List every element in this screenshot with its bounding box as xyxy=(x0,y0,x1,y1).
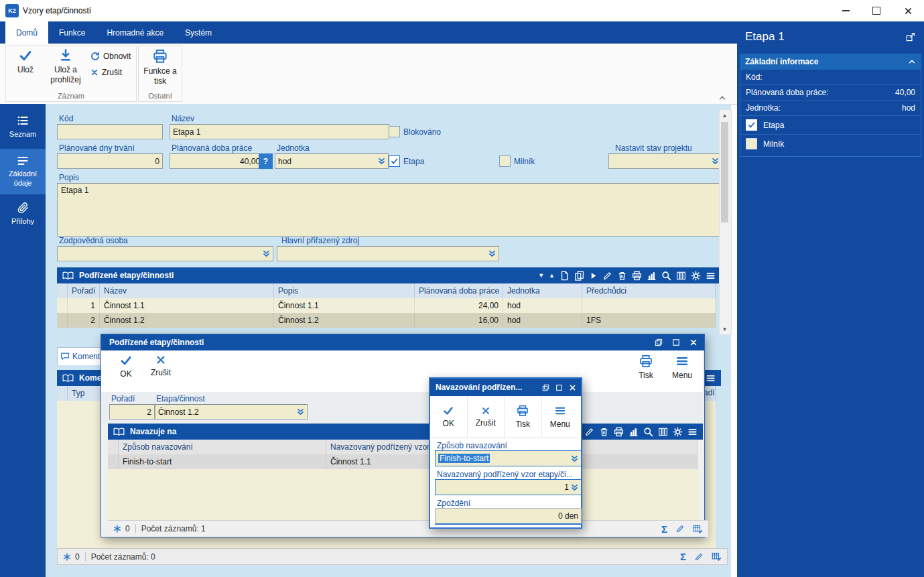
restore-icon[interactable] xyxy=(655,338,663,346)
functions-print-button[interactable]: Funkce a tisk xyxy=(141,49,180,90)
menu-button[interactable]: Menu xyxy=(542,396,579,438)
refresh-button[interactable]: Obnovit xyxy=(90,52,131,61)
grid-edit-icon[interactable] xyxy=(693,524,703,534)
sidebar-item-seznam[interactable]: Seznam xyxy=(0,108,46,152)
collapse-icon[interactable] xyxy=(908,58,916,66)
cancel-button[interactable]: Zrušit xyxy=(468,396,505,438)
poradi-input[interactable]: 2 xyxy=(109,404,155,420)
col-nazev[interactable]: Název xyxy=(100,283,274,298)
etapa-checkbox[interactable] xyxy=(389,155,400,167)
tab-system[interactable]: Systém xyxy=(174,21,222,44)
table-row-selected[interactable]: 2 Činnost 1.2 Činnost 1.2 16,00 hod 1FS xyxy=(57,313,716,328)
hlavni-zdroj-combo[interactable] xyxy=(277,246,499,261)
main-scrollbar[interactable]: ▲ ▼ xyxy=(719,109,732,335)
sidebar-item-zakladni-udaje[interactable]: Základní údaje xyxy=(0,149,46,194)
zpusob-combo[interactable]: Finish-to-start xyxy=(435,450,582,466)
columns-icon[interactable] xyxy=(658,427,668,437)
menu-icon[interactable] xyxy=(706,271,716,281)
maximize-icon[interactable] xyxy=(555,384,563,391)
navazovany-input[interactable]: 1 xyxy=(435,479,582,495)
run-icon[interactable] xyxy=(589,271,598,280)
cancel-button[interactable]: Zrušit xyxy=(144,355,178,388)
etapa-cinnost-combo[interactable]: Činnost 1.2 xyxy=(155,404,308,420)
section-header[interactable]: Základní informace xyxy=(740,54,921,70)
nazev-input[interactable]: Etapa 1 xyxy=(170,124,389,139)
combo-dropdown-icon[interactable] xyxy=(571,484,578,491)
print-icon[interactable] xyxy=(614,427,624,437)
maximize-icon[interactable] xyxy=(672,338,680,346)
minimize-button[interactable] xyxy=(830,0,861,21)
menu-icon[interactable] xyxy=(706,373,716,383)
plan-dny-input[interactable]: 0 xyxy=(57,153,163,169)
save-button[interactable]: Ulož xyxy=(9,49,42,89)
scrollbar-thumb[interactable] xyxy=(721,122,728,222)
print-button[interactable]: Tisk xyxy=(631,355,661,388)
combo-dropdown-icon[interactable] xyxy=(263,250,270,257)
ribbon-collapse-icon[interactable] xyxy=(718,94,726,102)
sidebar-item-prilohy[interactable]: Přílohy xyxy=(0,196,46,240)
combo-dropdown-icon[interactable] xyxy=(712,157,719,165)
settings-icon[interactable] xyxy=(691,271,701,281)
copy-record-icon[interactable] xyxy=(574,271,584,281)
menu-icon[interactable] xyxy=(687,427,698,437)
ok-button[interactable]: OK xyxy=(111,355,141,388)
restore-icon[interactable] xyxy=(542,384,549,391)
dialog-titlebar[interactable]: Podřízené etapy/činnosti xyxy=(101,334,704,350)
chart-icon[interactable] xyxy=(629,427,639,437)
edit-icon[interactable] xyxy=(675,524,685,533)
col-poradi[interactable]: Pořadí▲ xyxy=(68,283,100,298)
help-button[interactable]: ? xyxy=(259,153,273,169)
dialog-titlebar[interactable]: Navazování podřízen... xyxy=(430,379,581,396)
navazuje-na-header[interactable]: Navazuje na xyxy=(108,424,703,440)
chart-icon[interactable] xyxy=(647,271,657,281)
search-icon[interactable] xyxy=(643,427,653,437)
print-icon[interactable] xyxy=(632,271,642,281)
settings-icon[interactable] xyxy=(673,427,683,437)
navazuje-row-selected[interactable]: Finish-to-start Činnost 1.1 xyxy=(108,454,698,469)
tab-domu[interactable]: Domů xyxy=(5,21,48,44)
col-popis[interactable]: Popis xyxy=(274,283,415,298)
zodpovedna-combo[interactable] xyxy=(57,246,273,261)
save-and-view-button[interactable]: Ulož a prohlížej xyxy=(45,49,86,99)
sum-icon[interactable]: Σ xyxy=(661,523,667,535)
caret-up-icon[interactable]: ▲ xyxy=(549,272,555,279)
milnik-checkbox[interactable] xyxy=(746,138,757,149)
nastavit-stav-combo[interactable] xyxy=(608,153,722,169)
col-doba[interactable]: Plánovaná doba práce xyxy=(415,283,503,298)
combo-dropdown-icon[interactable] xyxy=(488,250,496,257)
combo-dropdown-icon[interactable] xyxy=(297,408,304,415)
maximize-button[interactable] xyxy=(861,0,892,21)
subtable-header[interactable]: Podřízené etapy/činnosti ▼ ▲ xyxy=(57,267,721,283)
delete-icon[interactable] xyxy=(617,271,627,281)
columns-icon[interactable] xyxy=(676,271,686,281)
table-row[interactable]: 1 Činnost 1.1 Činnost 1.1 24,00 hod xyxy=(57,298,716,313)
combo-dropdown-icon[interactable] xyxy=(378,157,385,165)
tab-komentare[interactable]: Komentá xyxy=(57,347,107,365)
etapa-checkbox[interactable] xyxy=(746,119,757,131)
titlebar[interactable]: K2 Vzory etap/činností xyxy=(0,0,924,21)
popis-textarea[interactable]: Etapa 1 xyxy=(57,183,724,237)
col-predchudci[interactable]: Předchůdci xyxy=(582,283,716,298)
scroll-up-arrow[interactable]: ▲ xyxy=(720,110,730,121)
col-jednotka[interactable]: Jednotka xyxy=(503,283,582,298)
tab-funkce[interactable]: Funkce xyxy=(48,21,96,44)
menu-button[interactable]: Menu xyxy=(667,355,698,388)
caret-down-icon[interactable]: ▼ xyxy=(538,272,544,279)
close-button[interactable] xyxy=(892,0,924,21)
cancel-button[interactable]: Zrušit xyxy=(90,68,122,77)
plan-doba-input[interactable]: 40,00 xyxy=(170,153,263,169)
close-icon[interactable] xyxy=(689,338,698,346)
delete-icon[interactable] xyxy=(599,427,609,437)
new-record-icon[interactable] xyxy=(559,271,570,281)
scroll-down-arrow[interactable]: ▼ xyxy=(720,324,730,334)
sum-icon[interactable]: Σ xyxy=(680,551,686,562)
col-zpusob[interactable]: Způsob navazování xyxy=(119,440,326,454)
milnik-checkbox[interactable] xyxy=(499,155,511,167)
close-icon[interactable] xyxy=(569,384,576,391)
edit-icon[interactable] xyxy=(584,427,594,437)
search-icon[interactable] xyxy=(661,271,671,281)
print-button[interactable]: Tisk xyxy=(505,396,542,438)
blokovano-checkbox[interactable] xyxy=(389,126,400,137)
zpozdeni-input[interactable]: 0 den xyxy=(435,508,582,525)
tab-hromadne-akce[interactable]: Hromadné akce xyxy=(96,21,174,44)
